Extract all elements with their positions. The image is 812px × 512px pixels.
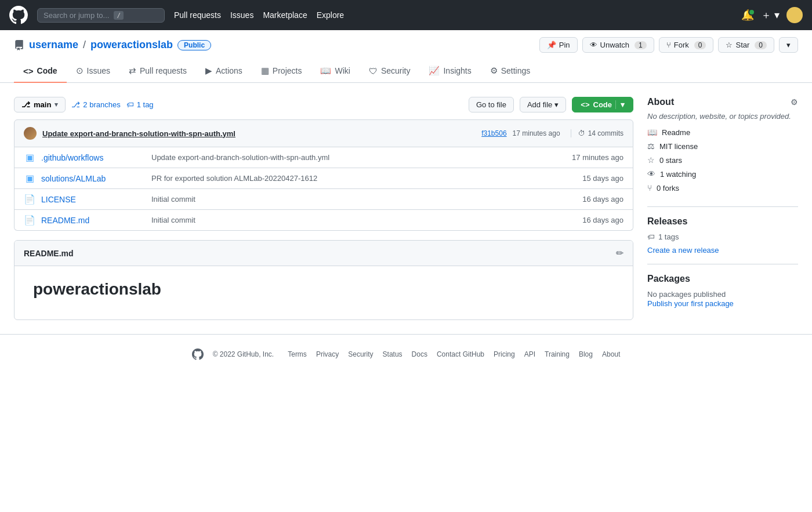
footer-api-link[interactable]: API: [524, 350, 535, 358]
tab-actions[interactable]: ▶ Actions: [196, 60, 252, 83]
footer-privacy-link[interactable]: Privacy: [316, 350, 339, 358]
sidebar-divider-2: [647, 264, 798, 264]
watch-button[interactable]: 👁 Unwatch 1: [582, 37, 654, 53]
footer-docs-link[interactable]: Docs: [412, 350, 427, 358]
readme-heading: poweractionslab: [33, 280, 614, 299]
tab-settings[interactable]: ⚙ Settings: [481, 60, 540, 83]
nav-right: 🔔 ＋ ▾: [741, 7, 803, 23]
nav-issues[interactable]: Issues: [230, 10, 253, 20]
code-button[interactable]: <> Code ▾: [572, 97, 633, 112]
file-commit-message: Initial commit: [151, 195, 560, 204]
nav-pull-requests[interactable]: Pull requests: [174, 10, 221, 20]
fork-icon: ⑂: [647, 183, 652, 193]
star-icon: ☆: [647, 155, 655, 165]
table-row: ▣ .github/workflows Update export-and-br…: [14, 147, 633, 168]
avatar[interactable]: [786, 7, 803, 23]
file-icon: 📄: [24, 215, 35, 226]
about-section: About ⚙ No description, website, or topi…: [647, 97, 798, 193]
search-box[interactable]: Search or jump to... /: [37, 8, 165, 23]
settings-tab-icon: ⚙: [490, 66, 498, 76]
footer-pricing-link[interactable]: Pricing: [494, 350, 515, 358]
file-name-link[interactable]: README.md: [41, 216, 146, 225]
readme-edit-button[interactable]: ✏: [616, 248, 624, 259]
tab-code[interactable]: <> Code: [14, 60, 67, 83]
repo-icon: [14, 40, 24, 50]
file-time: 16 days ago: [566, 216, 624, 224]
footer-copyright: © 2022 GitHub, Inc.: [213, 350, 274, 358]
chevron-down-icon: ▾: [554, 100, 559, 109]
commit-sha[interactable]: f31b506: [481, 129, 506, 137]
packages-title: Packages: [647, 274, 798, 284]
file-commit-message: PR for exported solution ALMLab-20220427…: [151, 174, 560, 183]
repo-name-link[interactable]: poweractionslab: [90, 39, 173, 51]
gear-icon[interactable]: ⚙: [791, 97, 798, 107]
tab-issues[interactable]: ⊙ Issues: [67, 60, 119, 83]
file-toolbar: ⎇ main ▾ ⎇ 2 branches 🏷 1 tag Go to file…: [14, 97, 633, 112]
footer-contact-link[interactable]: Contact GitHub: [437, 350, 484, 358]
go-to-file-button[interactable]: Go to file: [469, 97, 514, 112]
readme-title: README.md: [24, 249, 74, 258]
about-header: About ⚙: [647, 97, 798, 107]
file-commit-message: Update export-and-branch-solution-with-s…: [151, 153, 560, 162]
forks-link[interactable]: ⑂ 0 forks: [647, 183, 798, 193]
stars-link[interactable]: ☆ 0 stars: [647, 155, 798, 165]
tab-projects[interactable]: ▦ Projects: [252, 60, 311, 83]
tags-button[interactable]: 🏷 1 tag: [126, 100, 154, 109]
repo-tabs: <> Code ⊙ Issues ⇄ Pull requests ▶ Actio…: [0, 60, 812, 83]
github-logo[interactable]: [9, 6, 28, 24]
tab-wiki[interactable]: 📖 Wiki: [311, 60, 359, 83]
file-time: 16 days ago: [566, 195, 624, 204]
create-button[interactable]: ＋ ▾: [761, 8, 780, 22]
footer-blog-link[interactable]: Blog: [579, 350, 593, 358]
readme-link[interactable]: 📖 Readme: [647, 128, 798, 137]
issues-tab-icon: ⊙: [76, 66, 84, 76]
nav-explore[interactable]: Explore: [317, 10, 344, 20]
footer-links: Terms Privacy Security Status Docs Conta…: [288, 350, 620, 358]
fork-icon: ⑂: [666, 41, 671, 49]
footer-about-link[interactable]: About: [602, 350, 620, 358]
code-tab-icon: <>: [23, 66, 34, 76]
pin-button[interactable]: 📌 Pin: [539, 37, 578, 53]
publish-package-link[interactable]: Publish your first package: [647, 299, 734, 308]
footer-status-link[interactable]: Status: [383, 350, 403, 358]
file-table: ▣ .github/workflows Update export-and-br…: [14, 147, 633, 231]
license-link[interactable]: ⚖ MIT license: [647, 141, 798, 151]
star-button[interactable]: ☆ Star 0: [718, 37, 774, 53]
fork-button[interactable]: ⑂ Fork 0: [659, 37, 714, 53]
about-description: No description, website, or topics provi…: [647, 112, 798, 121]
file-name-link[interactable]: LICENSE: [41, 195, 146, 204]
branches-button[interactable]: ⎇ 2 branches: [71, 100, 120, 109]
commit-message[interactable]: Update export-and-branch-solution-with-s…: [42, 129, 235, 138]
wiki-tab-icon: 📖: [320, 66, 331, 76]
file-commit-message: Initial commit: [151, 216, 560, 224]
security-tab-icon: 🛡: [369, 66, 378, 76]
watching-link[interactable]: 👁 1 watching: [647, 169, 798, 179]
search-shortcut: /: [114, 11, 124, 20]
notifications-button[interactable]: 🔔: [741, 9, 754, 21]
owner-link[interactable]: username: [29, 39, 78, 51]
create-release-link[interactable]: Create a new release: [647, 246, 798, 255]
tag-icon: 🏷: [647, 233, 655, 241]
tab-pull-requests[interactable]: ⇄ Pull requests: [119, 60, 196, 83]
top-nav: Search or jump to... / Pull requests Iss…: [0, 0, 812, 30]
tab-insights[interactable]: 📈 Insights: [419, 60, 480, 83]
add-file-button[interactable]: Add file ▾: [520, 97, 566, 112]
file-name-link[interactable]: solutions/ALMLab: [41, 174, 146, 183]
star-dropdown-button[interactable]: ▾: [779, 37, 798, 53]
commit-time: 17 minutes ago: [513, 129, 560, 137]
file-icon: 📄: [24, 194, 35, 205]
folder-icon: ▣: [24, 152, 35, 163]
footer-training-link[interactable]: Training: [545, 350, 570, 358]
no-packages-text: No packages published: [647, 290, 798, 299]
footer-terms-link[interactable]: Terms: [288, 350, 307, 358]
footer-security-link[interactable]: Security: [348, 350, 373, 358]
file-name-link[interactable]: .github/workflows: [41, 153, 146, 162]
tab-security[interactable]: 🛡 Security: [360, 60, 420, 83]
nav-marketplace[interactable]: Marketplace: [263, 10, 307, 20]
commits-count-link[interactable]: ⏱ 14 commits: [571, 129, 624, 137]
pr-tab-icon: ⇄: [129, 66, 136, 76]
readme-header: README.md ✏: [14, 241, 633, 266]
eye-icon: 👁: [590, 41, 597, 49]
projects-tab-icon: ▦: [261, 66, 269, 76]
branch-selector[interactable]: ⎇ main ▾: [14, 97, 66, 112]
